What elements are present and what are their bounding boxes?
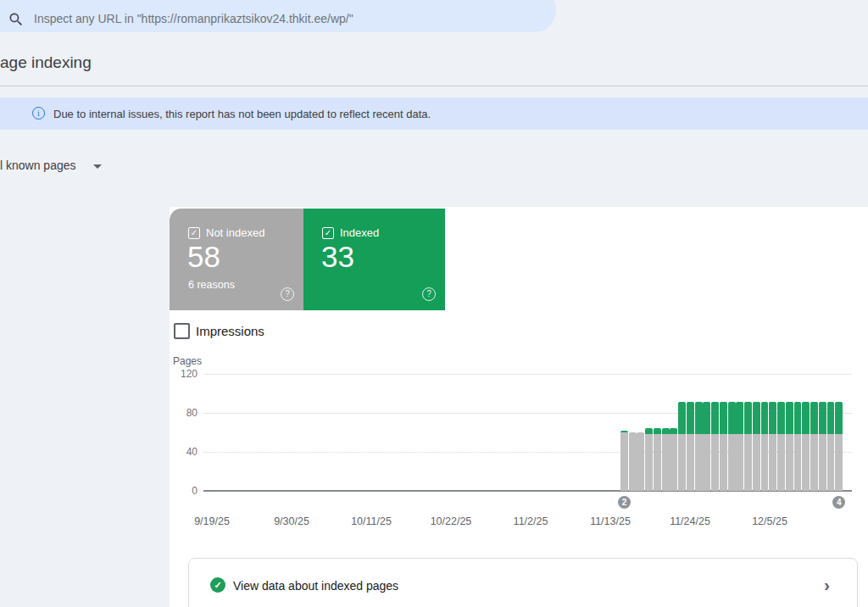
chart-bar-not-indexed xyxy=(819,434,826,491)
chart-bar-indexed xyxy=(777,402,785,434)
chart-bar-indexed xyxy=(662,428,670,434)
chart-bar-indexed xyxy=(753,402,760,434)
not-indexed-card[interactable]: ✓ Not indexed 58 6 reasons ? xyxy=(170,209,303,310)
checkbox-checked-icon[interactable]: ✓ xyxy=(188,227,200,239)
chart-bar-indexed xyxy=(810,402,818,434)
chart-bar-indexed xyxy=(802,402,810,434)
help-icon[interactable]: ? xyxy=(422,287,436,301)
chart-bar-not-indexed xyxy=(794,434,802,491)
chart-bar-indexed xyxy=(827,402,835,434)
chart-bar-not-indexed xyxy=(728,434,736,491)
chart-bar-indexed xyxy=(645,428,653,434)
impressions-label: Impressions xyxy=(196,324,264,338)
view-indexed-data-label: View data about indexed pages xyxy=(233,579,398,593)
chart-bar-not-indexed xyxy=(761,434,769,491)
page-indexing-report: age indexing i Due to internal issues, t… xyxy=(0,0,868,607)
not-indexed-reasons: 6 reasons xyxy=(188,279,235,291)
dropdown-arrow-icon xyxy=(93,164,102,169)
chart-bar-not-indexed xyxy=(670,434,677,491)
indexed-label: Indexed xyxy=(340,226,379,239)
page-title: age indexing xyxy=(0,53,92,72)
chart-y-tick-label: 80 xyxy=(164,407,198,419)
chart-bar-indexed xyxy=(736,402,743,434)
checkbox-checked-icon[interactable]: ✓ xyxy=(322,227,334,239)
chart-bar-not-indexed xyxy=(662,434,670,491)
chart-y-axis-title: Pages xyxy=(173,355,202,367)
chart-bar-indexed xyxy=(695,402,703,434)
chart-bar-indexed xyxy=(678,402,686,434)
chart-gridline xyxy=(203,374,852,375)
chart-x-tick-label: 9/30/25 xyxy=(258,515,326,527)
chart-bar-indexed xyxy=(786,402,793,434)
search-icon xyxy=(8,11,25,28)
chart-annotation-marker[interactable]: 2 xyxy=(618,496,631,509)
page-filter-dropdown[interactable]: l known pages xyxy=(0,159,119,175)
chart-x-tick-label: 11/13/25 xyxy=(576,515,644,527)
chart-x-tick-label: 10/11/25 xyxy=(337,515,405,527)
help-icon[interactable]: ? xyxy=(281,287,294,301)
chart-bar-not-indexed xyxy=(620,432,628,491)
chart-y-tick-label: 40 xyxy=(164,446,198,458)
chart-bar-not-indexed xyxy=(802,434,810,491)
chart-bar-not-indexed xyxy=(678,434,686,491)
chart-x-tick-label: 10/22/25 xyxy=(417,515,485,527)
chart-bar-indexed xyxy=(794,402,802,434)
view-indexed-data-button[interactable]: ✓ View data about indexed pages › xyxy=(188,558,858,607)
chart-bar-indexed xyxy=(769,402,776,434)
indexed-count: 33 xyxy=(321,240,354,274)
chart-y-tick-label: 120 xyxy=(164,368,198,380)
chart-bar-not-indexed xyxy=(695,434,703,491)
chart-x-tick-label: 9/19/25 xyxy=(178,515,246,527)
chart-bar-not-indexed xyxy=(654,434,661,491)
chart-bar-not-indexed xyxy=(786,434,793,491)
chart-bar-not-indexed xyxy=(810,434,818,491)
chart-bar-not-indexed xyxy=(777,434,785,491)
chart-bar-indexed xyxy=(720,402,727,434)
chart-bar-not-indexed xyxy=(703,434,710,491)
info-banner: i Due to internal issues, this report ha… xyxy=(0,97,868,130)
chart-bar-indexed xyxy=(761,402,769,434)
page-filter-label: l known pages xyxy=(0,159,76,172)
chart-bar-not-indexed xyxy=(711,434,719,491)
chart-y-tick-label: 0 xyxy=(164,485,198,497)
chart-bar-indexed xyxy=(819,402,826,434)
chart-bar-indexed xyxy=(703,402,710,434)
green-check-icon: ✓ xyxy=(210,577,225,593)
info-icon: i xyxy=(32,107,45,120)
header-divider xyxy=(0,86,868,86)
chart-bar-not-indexed xyxy=(736,434,743,491)
chart-bar-not-indexed xyxy=(753,434,760,491)
chart-bar-not-indexed xyxy=(835,434,843,491)
impressions-checkbox[interactable] xyxy=(174,323,190,339)
chart-bar-indexed xyxy=(620,431,628,432)
chart-bar-not-indexed xyxy=(744,434,752,491)
indexed-card[interactable]: ✓ Indexed 33 ? xyxy=(303,209,445,310)
chart-bar-indexed xyxy=(670,428,677,434)
not-indexed-label: Not indexed xyxy=(206,226,264,239)
chart-bar-indexed xyxy=(711,402,719,434)
chart-bar-not-indexed xyxy=(637,432,644,491)
chart-bar-not-indexed xyxy=(645,434,653,491)
chart-bar-indexed xyxy=(728,402,736,434)
chevron-right-icon: › xyxy=(824,575,830,595)
chart-bar-indexed xyxy=(744,402,752,434)
not-indexed-count: 58 xyxy=(187,240,220,274)
chart-bar-indexed xyxy=(835,402,843,434)
chart-bar-indexed xyxy=(687,402,694,434)
chart-bar-not-indexed xyxy=(827,434,835,491)
chart-bar-not-indexed xyxy=(629,432,637,491)
chart-x-tick-label: 11/2/25 xyxy=(497,515,565,527)
chart-x-tick-label: 11/24/25 xyxy=(656,515,724,527)
chart-x-tick-label: 12/5/25 xyxy=(736,515,804,527)
chart-bar-not-indexed xyxy=(687,434,694,491)
chart-bar-not-indexed xyxy=(720,434,727,491)
chart-bar-indexed xyxy=(654,428,661,434)
url-inspect-input[interactable] xyxy=(32,8,527,29)
chart-bar-not-indexed xyxy=(769,434,776,491)
info-banner-text: Due to internal issues, this report has … xyxy=(53,108,431,120)
